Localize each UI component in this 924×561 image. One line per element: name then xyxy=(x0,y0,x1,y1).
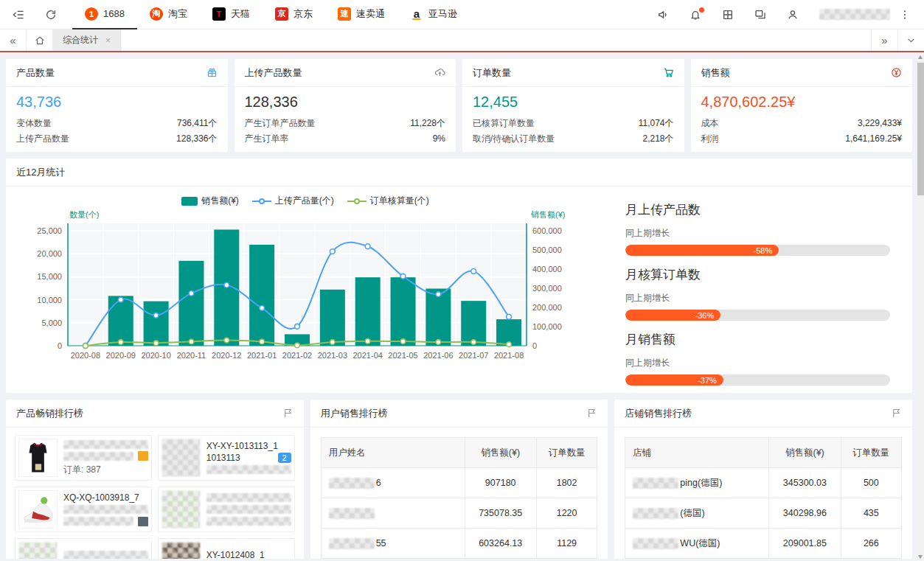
product-card-4[interactable] xyxy=(158,487,295,532)
product-code: XQ-XQ-1003918_7 xyxy=(63,493,148,502)
legend-item[interactable]: 上传产品量(个) xyxy=(252,195,334,207)
column-header: 销售额(¥) xyxy=(769,438,841,468)
stat-row-value: 9% xyxy=(433,131,445,147)
task-monitor-icon[interactable] xyxy=(744,0,777,29)
shop-panel-title: 店铺销售排行榜 xyxy=(625,407,692,420)
stat-card-title: 销售额 xyxy=(701,66,730,80)
more-menu-icon[interactable] xyxy=(896,0,914,29)
scrollbar-down-arrow[interactable] xyxy=(918,555,923,559)
top-toolbar: 11688淘淘宝T天猫京京东速速卖通a亚马逊 xyxy=(0,0,924,29)
growth-block-3: 月销售额同上期增长-37% xyxy=(625,331,890,386)
svg-text:0: 0 xyxy=(58,341,62,350)
product-card-1[interactable]: 订单: 387 xyxy=(15,435,152,481)
svg-text:600,000: 600,000 xyxy=(532,226,562,235)
scrollbar-thumb[interactable] xyxy=(917,63,924,195)
platform-tab-2[interactable]: 淘淘宝 xyxy=(137,0,200,29)
user-ranking-panel: 用户销售排行榜 用户姓名销售额(¥)订单数量69071801802735078.… xyxy=(310,400,608,559)
legend-item[interactable]: 销售额(¥) xyxy=(181,195,239,207)
stat-card-4: 销售额4,870,602.25¥成本3,229,433¥利润1,641,169.… xyxy=(691,59,913,152)
stat-card-title: 上传产品数量 xyxy=(245,66,302,80)
shop-row: (德国)340298.96435 xyxy=(625,498,902,529)
stat-card-1: 产品数量43,736变体数量736,411个上传产品数量128,336个 xyxy=(6,59,228,152)
tabs-dropdown-button[interactable] xyxy=(897,29,924,51)
sales-amount: 907180 xyxy=(465,468,536,498)
monthly-statistics-panel: 近12月统计 销售额(¥)上传产品量(个)订单核算量(个) 05,00010,0… xyxy=(6,158,912,393)
growth-progress-track: -37% xyxy=(625,374,890,386)
product-card-6[interactable]: XY-1012408_1 xyxy=(158,538,295,559)
stat-card-title: 订单数量 xyxy=(473,66,511,80)
product-panel-title: 产品畅销排行榜 xyxy=(16,407,83,420)
stat-card-value: 12,455 xyxy=(473,94,674,111)
stat-row-label: 产生订单产品数量 xyxy=(245,116,316,131)
column-header: 店铺 xyxy=(625,438,769,468)
product-card-5[interactable] xyxy=(15,538,152,559)
growth-progress-fill: -37% xyxy=(625,374,723,386)
tab-comprehensive-statistics[interactable]: 综合统计 × xyxy=(53,29,121,51)
sales-amount: 603264.13 xyxy=(465,529,536,559)
column-header: 订单数量 xyxy=(536,438,597,468)
tabs-scroll-left-button[interactable]: « xyxy=(0,29,27,51)
apps-grid-icon[interactable] xyxy=(712,0,744,29)
tab-label: 综合统计 xyxy=(63,34,98,46)
platform-tab-5[interactable]: 速速卖通 xyxy=(325,0,397,29)
sales-amount: 340298.96 xyxy=(769,498,841,529)
masked-text-line xyxy=(63,517,133,526)
masked-text-line xyxy=(63,440,148,449)
tabs-scroll-right-button[interactable]: » xyxy=(871,29,897,51)
platform-tab-6[interactable]: a亚马逊 xyxy=(397,0,470,29)
platform-tab-1[interactable]: 11688 xyxy=(72,0,137,29)
masked-name xyxy=(633,538,678,549)
user-icon[interactable] xyxy=(777,0,809,29)
platform-tab-label: 京东 xyxy=(293,7,313,21)
order-count: 1802 xyxy=(536,468,597,498)
stat-row-value: 11,228个 xyxy=(410,116,445,131)
sales-amount: 345300.03 xyxy=(769,468,841,498)
name-suffix: WU(德国) xyxy=(680,537,720,550)
stat-row-value: 128,336个 xyxy=(176,131,217,147)
growth-progress-fill: -58% xyxy=(625,245,779,256)
platform-tab-icon: 速 xyxy=(338,7,351,21)
growth-progress-track: -36% xyxy=(625,310,890,321)
legend-item[interactable]: 订单核算量(个) xyxy=(347,195,429,207)
platform-tab-3[interactable]: T天猫 xyxy=(200,0,263,29)
stat-card-value: 4,870,602.25¥ xyxy=(701,94,903,111)
scrollbar-up-arrow[interactable] xyxy=(918,55,923,59)
sales-amount: 199265.69 xyxy=(769,559,841,560)
growth-block-2: 月核算订单数同上期增长-36% xyxy=(625,266,890,321)
masked-name xyxy=(633,478,678,489)
platform-tab-label: 1688 xyxy=(103,8,125,19)
svg-text:500,000: 500,000 xyxy=(532,245,562,254)
product-image-masked xyxy=(18,542,58,559)
announcement-icon[interactable] xyxy=(647,0,679,29)
product-image-masked xyxy=(161,439,201,477)
svg-text:100,000: 100,000 xyxy=(532,322,562,331)
growth-stats-column: 月上传产品数同上期增长-58%月核算订单数同上期增长-36%月销售额同上期增长-… xyxy=(600,188,906,386)
svg-text:销售额(¥): 销售额(¥) xyxy=(530,210,565,219)
stat-row-value: 1,641,169.25¥ xyxy=(845,131,902,147)
growth-sublabel: 同上期增长 xyxy=(625,292,890,304)
product-card-3[interactable]: XQ-XQ-1003918_7 xyxy=(15,487,152,532)
column-header: 订单数量 xyxy=(841,438,901,468)
masked-text-line xyxy=(63,551,148,559)
svg-text:2020-11: 2020-11 xyxy=(177,351,206,360)
ranking-panels-row: 产品畅销排行榜 订单: 387XY-XY-1013113_110131132XQ… xyxy=(6,400,912,559)
masked-name xyxy=(329,538,375,549)
notification-bell-icon[interactable] xyxy=(679,0,712,29)
order-count: 1394 xyxy=(536,559,597,560)
legend-label: 订单核算量(个) xyxy=(370,195,429,207)
refresh-icon[interactable] xyxy=(40,0,62,29)
svg-text:2020-12: 2020-12 xyxy=(212,351,241,360)
stat-row-value: 11,074个 xyxy=(639,116,674,131)
order-count: 1220 xyxy=(536,498,597,529)
stat-row-label: 上传产品数量 xyxy=(16,131,69,147)
name-suffix: ping(德国) xyxy=(680,477,722,489)
product-ranking-panel: 产品畅销排行榜 订单: 387XY-XY-1013113_110131132XQ… xyxy=(6,400,304,559)
product-card-2[interactable]: XY-XY-1013113_110131132 xyxy=(158,435,295,481)
shop-row: WU(德国)209001.85266 xyxy=(625,529,902,559)
platform-tab-4[interactable]: 京京东 xyxy=(263,0,325,29)
tab-close-icon[interactable]: × xyxy=(105,35,111,46)
page-scrollbar[interactable] xyxy=(917,53,924,561)
collapse-menu-icon[interactable] xyxy=(7,0,29,29)
user-name-masked[interactable] xyxy=(819,9,890,20)
home-tab-icon[interactable] xyxy=(27,29,53,51)
